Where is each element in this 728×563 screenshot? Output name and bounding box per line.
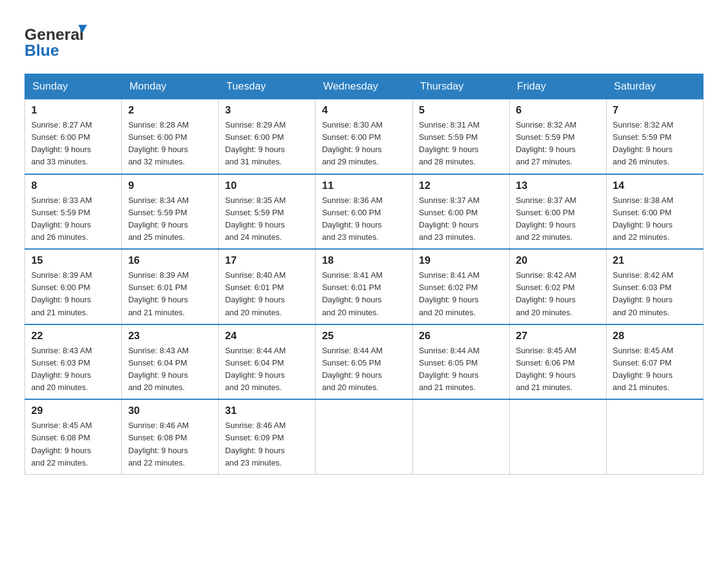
day-info: Sunrise: 8:46 AMSunset: 6:08 PMDaylight:… xyxy=(128,419,212,469)
calendar-day-cell: 7Sunrise: 8:32 AMSunset: 5:59 PMDaylight… xyxy=(606,99,703,174)
day-info: Sunrise: 8:32 AMSunset: 5:59 PMDaylight:… xyxy=(516,119,600,169)
day-info: Sunrise: 8:46 AMSunset: 6:09 PMDaylight:… xyxy=(225,419,309,469)
calendar-week-row: 29Sunrise: 8:45 AMSunset: 6:08 PMDayligh… xyxy=(25,399,703,474)
calendar-day-cell xyxy=(606,399,703,474)
day-info: Sunrise: 8:35 AMSunset: 5:59 PMDaylight:… xyxy=(225,194,309,244)
day-info: Sunrise: 8:27 AMSunset: 6:00 PMDaylight:… xyxy=(31,119,115,169)
calendar-week-row: 15Sunrise: 8:39 AMSunset: 6:00 PMDayligh… xyxy=(25,249,703,324)
day-number: 20 xyxy=(516,255,600,267)
calendar-day-cell: 21Sunrise: 8:42 AMSunset: 6:03 PMDayligh… xyxy=(606,249,703,324)
day-info: Sunrise: 8:43 AMSunset: 6:04 PMDaylight:… xyxy=(128,345,212,394)
calendar-day-cell: 31Sunrise: 8:46 AMSunset: 6:09 PMDayligh… xyxy=(219,399,316,474)
day-number: 14 xyxy=(613,180,697,192)
calendar-day-cell: 16Sunrise: 8:39 AMSunset: 6:01 PMDayligh… xyxy=(122,249,219,324)
column-header-friday: Friday xyxy=(509,74,606,99)
day-number: 23 xyxy=(128,330,212,342)
column-header-saturday: Saturday xyxy=(606,74,703,99)
day-info: Sunrise: 8:32 AMSunset: 5:59 PMDaylight:… xyxy=(613,119,697,169)
day-info: Sunrise: 8:36 AMSunset: 6:00 PMDaylight:… xyxy=(322,194,406,244)
day-number: 25 xyxy=(322,330,406,342)
calendar-header-row: SundayMondayTuesdayWednesdayThursdayFrid… xyxy=(25,74,703,99)
day-number: 19 xyxy=(419,255,503,267)
column-header-tuesday: Tuesday xyxy=(219,74,316,99)
calendar-day-cell: 23Sunrise: 8:43 AMSunset: 6:04 PMDayligh… xyxy=(122,324,219,400)
day-number: 3 xyxy=(225,104,309,117)
day-number: 5 xyxy=(419,104,503,117)
calendar-week-row: 8Sunrise: 8:33 AMSunset: 5:59 PMDaylight… xyxy=(25,174,703,250)
day-info: Sunrise: 8:44 AMSunset: 6:04 PMDaylight:… xyxy=(225,345,309,394)
calendar-day-cell: 10Sunrise: 8:35 AMSunset: 5:59 PMDayligh… xyxy=(219,174,316,250)
calendar-day-cell: 1Sunrise: 8:27 AMSunset: 6:00 PMDaylight… xyxy=(25,99,122,174)
day-number: 11 xyxy=(322,180,406,192)
calendar-day-cell: 3Sunrise: 8:29 AMSunset: 6:00 PMDaylight… xyxy=(219,99,316,174)
day-number: 17 xyxy=(225,255,309,267)
day-number: 21 xyxy=(613,255,697,267)
calendar-table: SundayMondayTuesdayWednesdayThursdayFrid… xyxy=(25,74,703,475)
day-info: Sunrise: 8:38 AMSunset: 6:00 PMDaylight:… xyxy=(613,194,697,244)
calendar-day-cell: 12Sunrise: 8:37 AMSunset: 6:00 PMDayligh… xyxy=(412,174,509,250)
column-header-monday: Monday xyxy=(122,74,219,99)
day-info: Sunrise: 8:43 AMSunset: 6:03 PMDaylight:… xyxy=(31,345,115,394)
calendar-day-cell xyxy=(412,399,509,474)
day-number: 2 xyxy=(128,104,212,117)
day-info: Sunrise: 8:34 AMSunset: 5:59 PMDaylight:… xyxy=(128,194,212,244)
column-header-sunday: Sunday xyxy=(25,74,122,99)
day-number: 7 xyxy=(613,104,697,117)
calendar-day-cell: 22Sunrise: 8:43 AMSunset: 6:03 PMDayligh… xyxy=(25,324,122,400)
day-info: Sunrise: 8:29 AMSunset: 6:00 PMDaylight:… xyxy=(225,119,309,169)
day-info: Sunrise: 8:37 AMSunset: 6:00 PMDaylight:… xyxy=(419,194,503,244)
day-number: 13 xyxy=(516,180,600,192)
calendar-day-cell: 29Sunrise: 8:45 AMSunset: 6:08 PMDayligh… xyxy=(25,399,122,474)
calendar-day-cell: 14Sunrise: 8:38 AMSunset: 6:00 PMDayligh… xyxy=(606,174,703,250)
day-number: 22 xyxy=(31,330,115,342)
day-number: 16 xyxy=(128,255,212,267)
day-number: 29 xyxy=(31,405,115,417)
day-info: Sunrise: 8:39 AMSunset: 6:00 PMDaylight:… xyxy=(31,269,115,319)
day-number: 8 xyxy=(31,180,115,192)
calendar-day-cell: 19Sunrise: 8:41 AMSunset: 6:02 PMDayligh… xyxy=(412,249,509,324)
day-info: Sunrise: 8:28 AMSunset: 6:00 PMDaylight:… xyxy=(128,119,212,169)
calendar-day-cell: 24Sunrise: 8:44 AMSunset: 6:04 PMDayligh… xyxy=(219,324,316,400)
day-number: 30 xyxy=(128,405,212,417)
day-info: Sunrise: 8:42 AMSunset: 6:02 PMDaylight:… xyxy=(516,269,600,319)
day-number: 15 xyxy=(31,255,115,267)
day-info: Sunrise: 8:33 AMSunset: 5:59 PMDaylight:… xyxy=(31,194,115,244)
day-number: 24 xyxy=(225,330,309,342)
column-header-thursday: Thursday xyxy=(412,74,509,99)
calendar-day-cell: 30Sunrise: 8:46 AMSunset: 6:08 PMDayligh… xyxy=(122,399,219,474)
calendar-day-cell: 11Sunrise: 8:36 AMSunset: 6:00 PMDayligh… xyxy=(316,174,412,250)
calendar-day-cell: 20Sunrise: 8:42 AMSunset: 6:02 PMDayligh… xyxy=(509,249,606,324)
logo-svg: General Blue xyxy=(25,18,104,61)
column-header-wednesday: Wednesday xyxy=(316,74,412,99)
day-info: Sunrise: 8:45 AMSunset: 6:07 PMDaylight:… xyxy=(613,345,697,394)
day-info: Sunrise: 8:41 AMSunset: 6:02 PMDaylight:… xyxy=(419,269,503,319)
day-number: 12 xyxy=(419,180,503,192)
calendar-week-row: 1Sunrise: 8:27 AMSunset: 6:00 PMDaylight… xyxy=(25,99,703,174)
calendar-day-cell: 8Sunrise: 8:33 AMSunset: 5:59 PMDaylight… xyxy=(25,174,122,250)
svg-text:Blue: Blue xyxy=(25,41,59,59)
calendar-day-cell: 18Sunrise: 8:41 AMSunset: 6:01 PMDayligh… xyxy=(316,249,412,324)
day-info: Sunrise: 8:44 AMSunset: 6:05 PMDaylight:… xyxy=(419,345,503,394)
day-number: 18 xyxy=(322,255,406,267)
calendar-day-cell: 2Sunrise: 8:28 AMSunset: 6:00 PMDaylight… xyxy=(122,99,219,174)
day-info: Sunrise: 8:45 AMSunset: 6:06 PMDaylight:… xyxy=(516,345,600,394)
logo: General Blue xyxy=(25,18,104,61)
calendar-week-row: 22Sunrise: 8:43 AMSunset: 6:03 PMDayligh… xyxy=(25,324,703,400)
day-number: 28 xyxy=(613,330,697,342)
day-info: Sunrise: 8:31 AMSunset: 5:59 PMDaylight:… xyxy=(419,119,503,169)
day-number: 26 xyxy=(419,330,503,342)
day-number: 1 xyxy=(31,104,115,117)
day-number: 31 xyxy=(225,405,309,417)
calendar-day-cell: 9Sunrise: 8:34 AMSunset: 5:59 PMDaylight… xyxy=(122,174,219,250)
calendar-day-cell xyxy=(316,399,412,474)
day-number: 27 xyxy=(516,330,600,342)
calendar-day-cell: 13Sunrise: 8:37 AMSunset: 6:00 PMDayligh… xyxy=(509,174,606,250)
day-info: Sunrise: 8:37 AMSunset: 6:00 PMDaylight:… xyxy=(516,194,600,244)
calendar-day-cell: 26Sunrise: 8:44 AMSunset: 6:05 PMDayligh… xyxy=(412,324,509,400)
calendar-day-cell: 17Sunrise: 8:40 AMSunset: 6:01 PMDayligh… xyxy=(219,249,316,324)
calendar-day-cell: 4Sunrise: 8:30 AMSunset: 6:00 PMDaylight… xyxy=(316,99,412,174)
day-number: 4 xyxy=(322,104,406,117)
calendar-day-cell: 25Sunrise: 8:44 AMSunset: 6:05 PMDayligh… xyxy=(316,324,412,400)
day-info: Sunrise: 8:42 AMSunset: 6:03 PMDaylight:… xyxy=(613,269,697,319)
day-number: 10 xyxy=(225,180,309,192)
